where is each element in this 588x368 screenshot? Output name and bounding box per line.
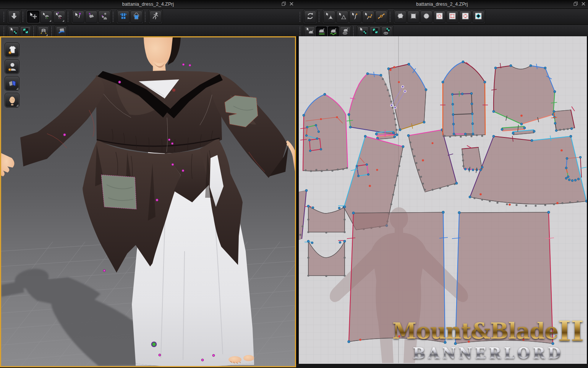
sync-2d-3d-button[interactable]: [304, 11, 316, 23]
show-texture-icon: [383, 27, 391, 37]
toolbar-grip[interactable]: [68, 12, 69, 22]
internal-polygon-icon: [435, 12, 444, 22]
close-window-button[interactable]: [581, 2, 586, 7]
toolbar-grip[interactable]: [23, 12, 24, 22]
window-title: battania_dress_2_4.ZPrj: [296, 2, 588, 7]
rectangle-icon: [409, 12, 418, 22]
toolbar-grip[interactable]: [390, 12, 391, 22]
show-sewing-button[interactable]: [340, 26, 351, 37]
pattern-piece-skirt-rect-1[interactable]: [347, 211, 448, 344]
toolbar-grip[interactable]: [3, 12, 5, 22]
pin-fabric-tool[interactable]: [85, 11, 97, 23]
simulate-button[interactable]: [149, 11, 162, 23]
circle-icon: [422, 12, 431, 22]
viewport-2d[interactable]: Mount&BladeII BANNERLORD: [296, 36, 588, 364]
select-texture-icon: [359, 27, 368, 37]
fit-garment-button[interactable]: [130, 11, 143, 23]
arrange-pieces-button[interactable]: [117, 11, 130, 23]
garment-visibility-icon: [7, 45, 17, 55]
toolbar-grip[interactable]: [319, 12, 320, 22]
polygon-icon: [396, 12, 405, 22]
edit-texture-3d-tool[interactable]: P: [20, 26, 31, 37]
create-polygon-tool[interactable]: [394, 11, 407, 23]
restore-window-button[interactable]: [281, 2, 286, 7]
scene-3d[interactable]: [1, 37, 295, 366]
toolbar-grip[interactable]: [145, 12, 146, 22]
selected-pin[interactable]: [152, 342, 156, 347]
fold-arrangement-tool[interactable]: [38, 26, 49, 37]
window-title: battania_dress_2_4.ZPrj: [0, 2, 296, 7]
dart-icon: [474, 12, 483, 22]
toolbar-group: [148, 10, 163, 24]
segment-sewing-icon: [317, 27, 326, 37]
edit-texture-icon: P: [371, 27, 379, 37]
internal-rectangle-icon: [448, 12, 457, 22]
free-sewing-tool[interactable]: [328, 26, 339, 37]
pocket-patch: [101, 175, 136, 209]
toolbar-grip[interactable]: [3, 27, 5, 37]
collar-button: [172, 89, 175, 92]
toggle-pattern-3d-button[interactable]: [5, 76, 19, 90]
select-texture-icon: [10, 27, 18, 37]
pin-tool[interactable]: [72, 11, 84, 23]
pin-fabric-icon: [87, 12, 96, 22]
toolbar-grip[interactable]: [113, 12, 114, 22]
edit-curvature-tool[interactable]: [362, 11, 374, 23]
toolbar-group: [7, 10, 21, 24]
segment-sewing-tool[interactable]: [316, 26, 327, 37]
pin-avatar-icon: [100, 12, 109, 22]
select-mesh-tool[interactable]: [40, 11, 52, 23]
submenu-corner-icon: [16, 87, 18, 90]
pattern-piece-skirt-rect-2[interactable]: [452, 211, 554, 345]
arrow-down-icon: [10, 12, 18, 22]
submenu-corner-icon: [46, 34, 48, 36]
toggle-garment-button[interactable]: [5, 43, 19, 57]
internal-circle-icon: [461, 12, 470, 22]
pattern-3d-icon: [7, 79, 17, 89]
internal-rectangle-tool[interactable]: [446, 11, 458, 23]
toolbar-grip[interactable]: [300, 27, 301, 37]
titlebar-2d[interactable]: battania_dress_2_4.ZPrj: [296, 0, 588, 9]
scene-2d[interactable]: [299, 36, 587, 363]
smooth-fabric-tool[interactable]: [56, 26, 67, 37]
window-2d: battania_dress_2_4.ZPrj P: [296, 0, 588, 368]
transform-pattern-tool[interactable]: [323, 11, 335, 23]
select-move-tool[interactable]: [27, 11, 39, 23]
select-pin-tool[interactable]: [53, 11, 65, 23]
submenu-corner-icon: [49, 20, 51, 22]
toolbar-group: [71, 10, 112, 24]
window-3d: battania_dress_2_4.ZPrj P: [0, 0, 297, 368]
edit-pattern-tool[interactable]: [349, 11, 361, 23]
avatar-visibility-icon: [7, 62, 17, 72]
svg-text:P: P: [24, 29, 27, 34]
pin-avatar-tool[interactable]: [98, 11, 110, 23]
restore-window-button[interactable]: [573, 2, 578, 7]
smooth-fabric-icon: [57, 27, 66, 37]
show-texture-button[interactable]: [381, 26, 392, 37]
toggle-head-button[interactable]: [5, 93, 19, 107]
internal-polygon-tool[interactable]: [433, 11, 445, 23]
titlebar-3d[interactable]: battania_dress_2_4.ZPrj: [0, 0, 296, 9]
toolbar-grip[interactable]: [353, 27, 355, 37]
select-texture-2d-tool[interactable]: [358, 26, 369, 37]
internal-circle-tool[interactable]: [459, 11, 471, 23]
create-dart-tool[interactable]: [472, 11, 484, 23]
simulate-drop-button[interactable]: [8, 11, 20, 23]
create-circle-tool[interactable]: [420, 11, 432, 23]
toolbar-grip[interactable]: [33, 27, 35, 37]
select-texture-3d-tool[interactable]: [8, 26, 19, 37]
edit-texture-2d-tool[interactable]: P: [369, 26, 381, 37]
transform-outline-icon: [338, 12, 347, 22]
toolbar-grip[interactable]: [300, 12, 301, 22]
close-window-button[interactable]: [289, 2, 294, 7]
edit-sewing-tool[interactable]: [304, 26, 315, 37]
toolbar-grip[interactable]: [51, 27, 53, 37]
viewport-3d[interactable]: [0, 36, 296, 367]
edit-curve-point-icon: [364, 12, 373, 22]
toggle-avatar-button[interactable]: [5, 60, 19, 74]
avatar-head-icon: [7, 95, 17, 105]
add-point-tool[interactable]: [375, 11, 387, 23]
transform-template-tool[interactable]: [336, 11, 348, 23]
create-rectangle-tool[interactable]: [407, 11, 420, 23]
free-sewing-icon: [329, 27, 338, 37]
